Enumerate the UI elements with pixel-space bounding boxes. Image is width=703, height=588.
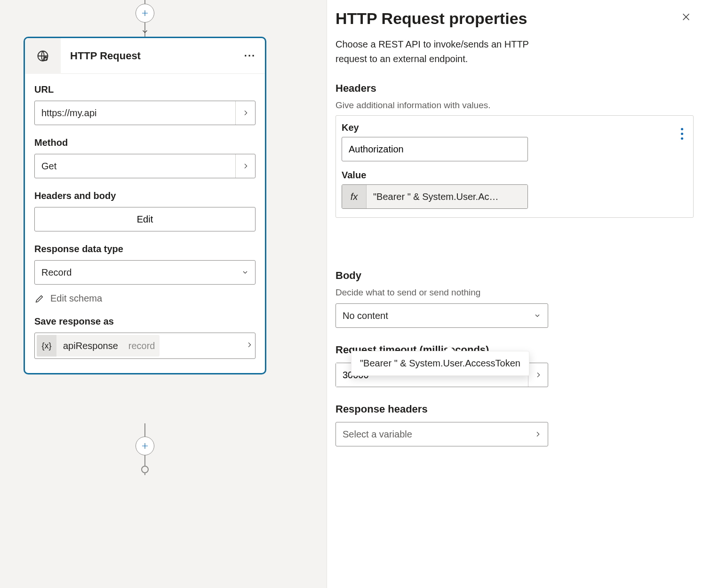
- chevron-right-icon: [242, 162, 249, 170]
- url-field[interactable]: https://my.api: [34, 101, 256, 125]
- flow-end-node: [141, 466, 149, 473]
- add-step-button-bottom[interactable]: [136, 437, 154, 455]
- edit-headers-body-button[interactable]: Edit: [34, 207, 256, 231]
- save-response-field[interactable]: {x} apiResponse record: [34, 333, 256, 359]
- response-type-select[interactable]: Record: [34, 260, 256, 285]
- body-section-title: Body: [336, 270, 694, 282]
- variable-name: apiResponse: [56, 341, 125, 351]
- chevron-right-icon: [246, 341, 253, 349]
- header-value-label: Value: [342, 170, 687, 181]
- chevron-down-icon: [235, 269, 255, 276]
- pencil-icon: [34, 294, 45, 304]
- header-value-expression: "Bearer " & System.User.Ac…: [367, 185, 527, 208]
- method-field[interactable]: Get: [34, 154, 256, 178]
- url-label: URL: [34, 84, 256, 95]
- timeout-expand-button[interactable]: [528, 363, 548, 387]
- body-section-subtitle: Decide what to send or send nothing: [336, 287, 694, 298]
- save-as-label: Save response as: [34, 316, 256, 327]
- flow-canvas: HTTP Request ··· URL https://my.api Meth…: [0, 0, 327, 588]
- headers-section-title: Headers: [336, 82, 694, 95]
- headers-section-subtitle: Give additional information with values.: [336, 100, 694, 111]
- save-as-expand-button[interactable]: [246, 341, 253, 350]
- method-label: Method: [34, 137, 256, 148]
- node-title: HTTP Request: [61, 50, 239, 62]
- headers-item: Key Value fx "Bearer " & System.User.Ac……: [336, 115, 694, 218]
- close-panel-button[interactable]: [679, 9, 694, 24]
- node-header: HTTP Request ···: [25, 38, 265, 74]
- variable-type: record: [125, 341, 155, 351]
- header-key-input[interactable]: [342, 137, 528, 161]
- variable-icon: {x}: [37, 335, 56, 357]
- body-value: No content: [343, 310, 534, 321]
- body-select[interactable]: No content: [336, 303, 548, 328]
- node-more-button[interactable]: ···: [239, 45, 261, 67]
- http-icon: [25, 38, 61, 74]
- url-expand-button[interactable]: [235, 101, 255, 125]
- header-value-input[interactable]: fx "Bearer " & System.User.Ac…: [342, 184, 528, 209]
- response-headers-title: Response headers: [336, 403, 694, 415]
- response-type-label: Response data type: [34, 244, 256, 254]
- plus-icon: [141, 442, 149, 450]
- node-body: URL https://my.api Method Get Headers an…: [25, 74, 265, 373]
- method-expand-button[interactable]: [235, 154, 255, 178]
- response-headers-select[interactable]: Select a variable: [336, 422, 548, 446]
- header-key-label: Key: [342, 122, 687, 133]
- chevron-right-icon: [242, 109, 249, 117]
- chevron-right-icon: [535, 371, 542, 379]
- chevron-right-icon: [528, 430, 548, 438]
- method-value: Get: [35, 161, 235, 172]
- edit-schema-link[interactable]: Edit schema: [34, 293, 256, 304]
- header-item-more-button[interactable]: [675, 124, 688, 143]
- response-headers-placeholder: Select a variable: [343, 429, 528, 440]
- variable-chip: {x} apiResponse record: [37, 335, 160, 357]
- edit-schema-label: Edit schema: [50, 293, 102, 304]
- close-icon: [681, 12, 691, 22]
- panel-title: HTTP Request properties: [336, 9, 527, 28]
- add-step-button-top[interactable]: [136, 4, 154, 23]
- expression-tooltip: "Bearer " & System.User.AccessToken: [351, 351, 529, 376]
- headers-body-label: Headers and body: [34, 191, 256, 201]
- plus-icon: [141, 9, 149, 17]
- url-value: https://my.api: [35, 108, 235, 119]
- panel-description: Choose a REST API to invoke/sends an HTT…: [336, 37, 552, 66]
- http-request-node[interactable]: HTTP Request ··· URL https://my.api Meth…: [24, 37, 266, 374]
- chevron-down-icon: [534, 312, 541, 319]
- properties-panel: HTTP Request properties Choose a REST AP…: [327, 0, 703, 588]
- fx-icon: fx: [342, 185, 367, 208]
- response-type-value: Record: [35, 267, 235, 278]
